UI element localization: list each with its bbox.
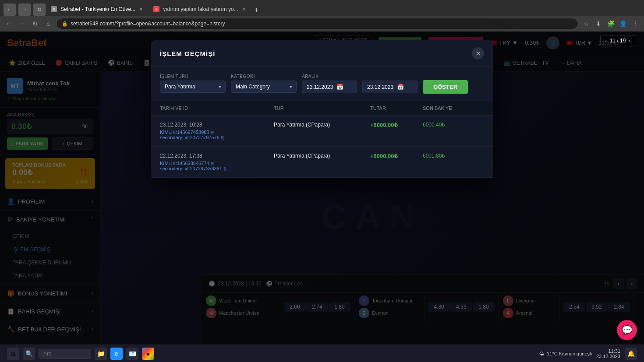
taskbar-chrome-icon[interactable]: ● [142,348,154,360]
filter-category-group: KATEGORİ Main Category [231,74,297,94]
browser-nav-bar: ← → ↻ ⌂ 🔒 setrabet648.com/tr/?profile=op… [0,16,644,32]
clock-date: 23.12.2023 [596,354,620,359]
row2-copy-secondary-btn[interactable]: ⎘ [224,166,226,171]
tab-close-gmail[interactable]: ✕ [242,7,246,12]
modal-filters: İŞLEM TÜRÜ Para Yatırma KATEGORİ Main Ca… [151,67,493,101]
address-bar[interactable]: 🔒 setrabet648.com/tr/?profile=open&accou… [56,18,578,29]
chat-button[interactable]: 💬 [617,320,637,340]
filter-date-label: ARALIK [302,74,357,79]
reload-btn[interactable]: ↻ [33,4,46,16]
tab-label-gmail: yatırım yaptım fakat yatırım yo... [163,6,238,12]
col-header-balance: Son Bakiye [423,105,484,111]
filter-date-to[interactable]: 23.12.2023 📅 [362,81,418,93]
forward-btn[interactable]: → [18,4,31,16]
bookmark-btn[interactable]: ☆ [581,18,591,29]
taskbar-right: 🌤 11°C Kısmen güneşli 11:31 23.12.2023 🔔 [539,348,637,360]
tab-label-setrabet: Setrabet - Türkiyenin En Güve... [60,6,135,12]
row2-date: 22.12.2023, 17:38 [160,153,274,159]
row2-id-text: KİMLİK:145628846774 [160,161,209,166]
clock-time: 11:31 [596,348,620,354]
menu-btn[interactable]: ⋮ [630,18,640,29]
modal-close-button[interactable]: ✕ [472,47,484,60]
filter-type-group: İŞLEM TÜRÜ Para Yatırma [160,74,226,94]
tab-close-setrabet[interactable]: ✕ [139,7,143,12]
nav-back-btn[interactable]: ← [4,18,14,29]
taskbar-edge-icon[interactable]: e [110,348,123,360]
taskbar-file-explorer-icon[interactable]: 📁 [95,348,107,360]
browser-controls: ← → ↻ [4,4,46,16]
row1-copy-id-btn[interactable]: ⎘ [211,130,214,135]
tab-bar: ← → ↻ S Setrabet - Türkiyenin En Güve...… [0,0,644,16]
row2-type: Para Yatırma (CPapara) [274,153,370,171]
filter-type-label: İŞLEM TÜRÜ [160,74,226,79]
row1-id-text: KİMLİK:145697458983 [160,130,209,135]
filter-type-select[interactable]: Para Yatırma [160,81,226,93]
modal-overlay: ‹ 11 / 19 › İŞLEM GEÇMİŞİ ✕ İŞLEM TÜRÜ [0,32,644,344]
row1-type: Para Yatırma (CPapara) [274,122,370,140]
row1-id-cell: 23.12.2023, 10:28 KİMLİK:145697458983 ⎘ … [160,122,274,140]
row2-secondary-id: secondary_id:207297356391 ⎘ [160,166,274,171]
new-tab-button[interactable]: + [251,4,262,16]
taskbar-search-icon[interactable]: 🔍 [23,348,35,360]
calendar-to-icon: 📅 [397,84,404,90]
pagination-label: 11 / 19 [610,38,626,44]
nav-forward-btn[interactable]: → [17,18,27,29]
tab-gmail[interactable]: G yatırım yaptım fakat yatırım yo... ✕ [148,3,251,16]
ssl-lock-icon: 🔒 [62,21,68,27]
main-content: CAN 🕐 23.12.2023 | 16:30 ⚽ Premier Lea..… [0,72,644,362]
row2-balance: 6001.80₺ [423,153,484,171]
row1-amount: +6000.00₺ [370,122,423,140]
filter-date-from-value: 23.12.2023 [307,84,333,90]
calendar-from-icon: 📅 [336,84,343,90]
row1-secondary-id-text: secondary_id:20737797576 [160,135,219,140]
download-btn[interactable]: ⬇ [593,18,604,29]
taskbar-mail-icon[interactable]: 📧 [126,348,138,360]
nav-reload-btn[interactable]: ↻ [30,18,40,29]
row2-amount: +6000.00₺ [370,153,423,171]
row1-copy-secondary-btn[interactable]: ⎘ [221,135,224,140]
row2-secondary-id-text: secondary_id:207297356391 [160,166,222,171]
row1-secondary-id: secondary_id:20737797576 ⎘ [160,135,274,140]
browser-chrome: ← → ↻ S Setrabet - Türkiyenin En Güve...… [0,0,644,32]
weather-text: 11°C Kısmen güneşli [547,351,592,356]
start-menu-icon[interactable]: ⊞ [7,348,19,360]
system-tray: 🌤 11°C Kısmen güneşli [539,351,592,356]
col-header-type: Tür [274,105,370,111]
row1-balance: 6000.40₺ [423,122,484,140]
row1-date: 23.12.2023, 10:28 [160,122,274,128]
tab-setrabet[interactable]: S Setrabet - Türkiyenin En Güve... ✕ [46,3,148,16]
filter-category-label: KATEGORİ [231,74,297,79]
pagination-prev-btn[interactable]: ‹ [605,37,607,44]
notification-icon[interactable]: 🔔 [625,348,637,360]
filter-date-to-group: - 23.12.2023 📅 [362,74,418,94]
transaction-modal: İŞLEM GEÇMİŞİ ✕ İŞLEM TÜRÜ Para Yatırma [151,40,493,178]
filter-category-wrapper: Main Category [231,81,297,93]
tab-favicon-gmail: G [153,6,159,12]
taskbar: ⊞ 🔍 📁 e 📧 ● 🌤 11°C Kısmen güneşli 11:31 … [0,344,644,362]
col-header-date: Tarih Ve ID [160,105,274,111]
app: SetraBet 1 FTN = 1.3645 USDT exchange.fu… [0,32,644,344]
taskbar-search-input[interactable] [39,349,91,358]
row2-copy-id-btn[interactable]: ⎘ [211,161,214,166]
col-header-amount: Tutar [370,105,423,111]
pagination-next-btn[interactable]: › [628,37,630,44]
filter-category-select[interactable]: Main Category [231,81,297,93]
modal-header: İŞLEM GEÇMİŞİ ✕ [151,40,493,67]
row1-id: KİMLİK:145697458983 ⎘ [160,130,274,135]
weather-icon: 🌤 [539,351,544,356]
filter-date-to-value: 23.12.2023 [367,84,393,90]
extensions-btn[interactable]: 🧩 [605,18,616,29]
show-button[interactable]: GÖSTER [423,80,468,94]
table-row: 23.12.2023, 10:28 KİMLİK:145697458983 ⎘ … [151,116,493,147]
table-header: Tarih Ve ID Tür Tutar Son Bakiye [151,101,493,116]
modal-table: Tarih Ve ID Tür Tutar Son Bakiye 23.12.2… [151,101,493,178]
nav-home-btn[interactable]: ⌂ [43,18,53,29]
nav-actions: ☆ ⬇ 🧩 👤 ⋮ [581,18,640,29]
tab-favicon-setrabet: S [51,6,57,12]
taskbar-left: ⊞ 🔍 📁 e 📧 ● [7,348,532,360]
profile-btn[interactable]: 👤 [618,18,628,29]
filter-date-from[interactable]: 23.12.2023 📅 [302,81,357,93]
back-btn[interactable]: ← [4,4,16,16]
pagination-badge: ‹ 11 / 19 › [600,35,635,46]
clock: 11:31 23.12.2023 [596,348,620,359]
